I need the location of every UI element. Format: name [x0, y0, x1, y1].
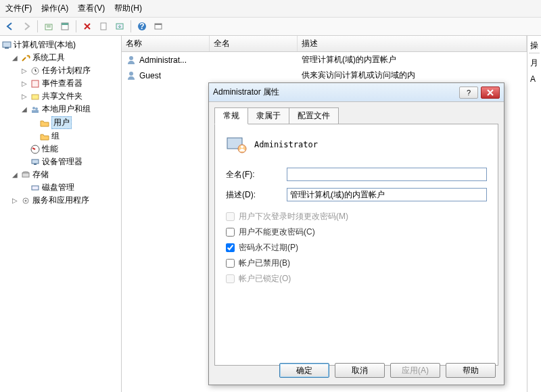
close-button[interactable]	[481, 87, 500, 99]
tools-icon	[20, 53, 31, 64]
dialog-button-row: 确定 取消 应用(A) 帮助	[279, 363, 496, 378]
tree-services-apps[interactable]: ▷ 服务和应用程序	[1, 194, 120, 207]
tab-general[interactable]: 常规	[214, 107, 248, 124]
users-icon	[30, 104, 41, 115]
checkbox	[226, 212, 235, 221]
svg-rect-3	[101, 23, 106, 30]
user-icon	[126, 55, 137, 66]
performance-icon	[30, 144, 41, 155]
toolbar-separator	[131, 20, 131, 32]
user-avatar-icon	[226, 134, 248, 155]
tree-label: 共享文件夹	[42, 91, 83, 102]
fullname-label: 全名(F):	[226, 169, 287, 180]
help-button[interactable]: ?	[459, 87, 478, 99]
menu-help[interactable]: 帮助(H)	[114, 3, 142, 14]
svg-point-24	[25, 199, 27, 201]
tree-performance[interactable]: 性能	[1, 143, 120, 155]
list-header: 名称 全名 描述	[122, 36, 527, 52]
list-row[interactable]: Guest 供来宾访问计算机或访问域的内	[122, 68, 527, 83]
user-icon	[126, 70, 137, 81]
svg-rect-13	[32, 95, 39, 99]
col-header-desc[interactable]: 描述	[298, 36, 527, 51]
delete-button[interactable]	[80, 19, 95, 34]
svg-point-29	[241, 145, 243, 148]
menu-action[interactable]: 操作(A)	[41, 3, 68, 14]
checkbox[interactable]	[226, 228, 235, 237]
check-locked: 帐户已锁定(O)	[226, 273, 487, 285]
tree-device-manager[interactable]: 设备管理器	[1, 155, 120, 168]
device-icon	[30, 157, 41, 168]
tree-label: 设备管理器	[42, 156, 83, 168]
tree-storage[interactable]: ◢ 存储	[1, 168, 120, 181]
list-row[interactable]: Administrat... 管理计算机(域)的内置帐户	[122, 52, 527, 68]
forward-button[interactable]	[19, 19, 34, 34]
tab-panel-general: Administrator 全名(F): 描述(D): 用户下次登录时须更改密码…	[214, 124, 498, 366]
svg-rect-18	[32, 160, 39, 164]
event-icon	[30, 78, 41, 89]
tree-users[interactable]: 用户	[1, 116, 120, 130]
col-header-fullname[interactable]: 全名	[210, 36, 298, 51]
help-button[interactable]: ?	[135, 19, 149, 34]
menu-file[interactable]: 文件(F)	[5, 3, 32, 14]
help-button[interactable]: 帮助	[446, 363, 496, 378]
check-never-expire[interactable]: 密码永不过期(P)	[226, 242, 487, 253]
cell-name: Administrat...	[139, 55, 187, 65]
tree-label: 事件查看器	[42, 78, 83, 89]
cell-name: Guest	[139, 71, 161, 80]
fullname-input[interactable]	[287, 168, 487, 181]
tree-task-scheduler[interactable]: ▷ 任务计划程序	[1, 64, 120, 77]
tree-local-users-groups[interactable]: ◢ 本地用户和组	[1, 103, 120, 116]
tree-root[interactable]: 计算机管理(本地)	[1, 39, 120, 51]
tree-label: 用户	[51, 116, 72, 129]
col-header-name[interactable]: 名称	[122, 36, 210, 51]
back-button[interactable]	[3, 19, 18, 34]
svg-point-15	[35, 107, 38, 110]
actions-pane: 操 月 A	[527, 36, 541, 392]
dialog-body: 常规 隶属于 配置文件 Administrator 全名(F): 描述(D):	[209, 102, 504, 371]
tree-label: 计算机管理(本地)	[14, 39, 76, 51]
tree-label: 存储	[32, 169, 49, 180]
window-button[interactable]	[151, 19, 166, 34]
apply-button[interactable]: 应用(A)	[390, 363, 440, 378]
cell-fullname	[210, 53, 298, 66]
checkbox[interactable]	[226, 243, 235, 252]
cancel-button[interactable]: 取消	[335, 363, 385, 378]
toolbar-separator	[37, 20, 38, 32]
cell-fullname	[210, 69, 298, 82]
tab-profile[interactable]: 配置文件	[289, 107, 339, 124]
svg-rect-9	[3, 42, 11, 47]
actions-text: 月	[529, 53, 540, 73]
export-button[interactable]	[112, 19, 127, 34]
tree-shared-folders[interactable]: ▷ 共享文件夹	[1, 90, 120, 103]
ok-button[interactable]: 确定	[279, 363, 329, 378]
tree-event-viewer[interactable]: ▷ 事件查看器	[1, 77, 120, 90]
tree-groups[interactable]: 组	[1, 130, 120, 143]
folder-icon	[39, 118, 50, 128]
refresh-button[interactable]	[96, 19, 111, 34]
svg-rect-16	[32, 110, 39, 113]
expand-icon[interactable]: ▷	[11, 197, 19, 204]
collapse-icon[interactable]: ◢	[20, 105, 28, 113]
check-disabled[interactable]: 帐户已禁用(B)	[226, 258, 487, 269]
check-must-change: 用户下次登录时须更改密码(M)	[226, 211, 487, 222]
collapse-icon[interactable]: ◢	[11, 171, 19, 178]
description-label: 描述(D):	[226, 189, 287, 201]
tab-memberof[interactable]: 隶属于	[248, 107, 289, 124]
tree-system-tools[interactable]: ◢ 系统工具	[1, 51, 120, 64]
menu-view[interactable]: 查看(V)	[78, 3, 105, 14]
checkbox[interactable]	[226, 259, 235, 268]
collapse-icon[interactable]: ◢	[11, 54, 19, 62]
menu-bar: 文件(F) 操作(A) 查看(V) 帮助(H)	[0, 0, 541, 18]
dialog-titlebar[interactable]: Administrator 属性 ?	[209, 83, 504, 102]
expand-icon[interactable]: ▷	[20, 80, 28, 87]
expand-icon[interactable]: ▷	[20, 67, 28, 74]
expand-icon[interactable]: ▷	[20, 93, 28, 100]
up-button[interactable]	[41, 19, 56, 34]
tree-disk-mgmt[interactable]: 磁盘管理	[1, 181, 120, 194]
tree-label: 任务计划程序	[42, 65, 91, 76]
username-label: Administrator	[254, 140, 318, 149]
properties-button[interactable]	[57, 19, 72, 34]
toolbar: ?	[0, 18, 541, 36]
check-cannot-change[interactable]: 用户不能更改密码(C)	[226, 226, 487, 238]
description-input[interactable]	[287, 188, 487, 201]
